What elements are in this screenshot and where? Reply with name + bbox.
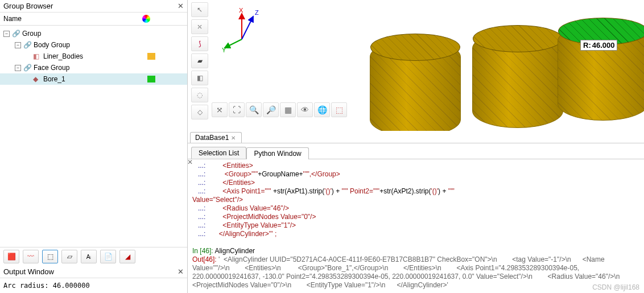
tab-button[interactable]: ▱ (61, 250, 77, 263)
output-window-title: Output Window (3, 267, 54, 276)
group-browser-title: Group Browser (3, 2, 53, 10)
zoom-window-icon[interactable]: 🔍 (246, 102, 262, 117)
group-icon: 🔗 (12, 30, 20, 38)
tab-button[interactable]: ◢ (119, 250, 135, 263)
sphere-tool-icon[interactable]: ◌ (191, 88, 208, 102)
group-tree[interactable]: − 🔗 Group − 🔗 Body Group ◧ Liner_Bodies … (0, 26, 187, 247)
collapse-icon[interactable]: − (3, 31, 10, 37)
axis-tool-icon[interactable]: ⤬ (191, 19, 208, 34)
radius-annotation: R: 46.000 (580, 40, 617, 51)
tab-button[interactable]: 🟥 (3, 250, 19, 263)
close-icon[interactable]: ✕ (177, 267, 184, 276)
eye-icon[interactable]: 👁 (297, 102, 313, 117)
svg-text:X: X (239, 8, 243, 14)
tab-python-window[interactable]: Python Window (246, 147, 308, 159)
close-icon[interactable]: ✕ (231, 135, 236, 141)
tab-button[interactable]: Aᵢ (81, 250, 97, 263)
body-icon: ◧ (33, 52, 41, 60)
plane-tool-icon[interactable]: ▰ (191, 53, 208, 68)
tree-node-group[interactable]: Group (22, 30, 41, 38)
collapse-icon[interactable]: − (15, 65, 21, 71)
face-icon: ◆ (33, 75, 41, 83)
svg-text:Z: Z (255, 9, 259, 16)
tab-database1[interactable]: DataBase1✕ (190, 132, 242, 143)
svg-line-2 (225, 39, 242, 48)
tree-node-body-group[interactable]: Body Group (34, 41, 70, 49)
svg-text:Y: Y (222, 47, 226, 53)
3d-viewport[interactable]: ↖ ⤬ ⟆ ▰ ◧ ◌ ◇ ⤧ ⛶ 🔍 🔎 ▦ 👁 🌐 ⬚ X Z (188, 0, 644, 131)
color-swatch[interactable] (147, 76, 155, 82)
axis-triad: X Z Y (222, 8, 267, 53)
watermark: CSDN @lijil168 (592, 283, 639, 291)
render-icon[interactable]: 🌐 (314, 102, 330, 117)
tab-button[interactable]: 〰 (23, 250, 39, 263)
tree-node-face-group[interactable]: Face Group (34, 64, 69, 72)
color-wheel-icon[interactable] (142, 15, 150, 23)
tab-button[interactable]: ⬚ (42, 250, 58, 263)
orient-icon[interactable]: ⤧ (212, 102, 228, 117)
collapse-icon[interactable]: − (15, 42, 21, 48)
output-text: Arc radius: 46.000000 (0, 278, 187, 293)
tab-selection-list[interactable]: Selection List (191, 147, 246, 159)
svg-line-1 (242, 16, 253, 39)
group-browser-tabs: 🟥 〰 ⬚ ▱ Aᵢ 📄 ◢ (0, 247, 187, 266)
more-icon[interactable]: ⬚ (331, 102, 347, 117)
fit-icon[interactable]: ⛶ (229, 102, 245, 117)
box-tool-icon[interactable]: ◧ (191, 71, 208, 85)
column-name: Name (3, 15, 22, 23)
group-icon: 🔗 (23, 64, 31, 72)
close-icon[interactable]: ✕ (177, 2, 184, 10)
cursor-icon[interactable]: ↖ (191, 2, 208, 17)
group-icon: 🔗 (23, 41, 31, 49)
tree-node-bore-1[interactable]: Bore_1 (43, 75, 65, 83)
python-console[interactable]: ...: <Entities> ...: <Group>"'''+GroupNa… (188, 159, 644, 293)
tab-button[interactable]: 📄 (100, 250, 116, 263)
custom-tool-icon[interactable]: ◇ (191, 105, 208, 119)
color-swatch[interactable] (147, 53, 155, 60)
tree-node-liner-bodies[interactable]: Liner_Bodies (43, 52, 83, 60)
zoom-icon[interactable]: 🔎 (263, 102, 279, 117)
shade-icon[interactable]: ▦ (280, 102, 296, 117)
arc-tool-icon[interactable]: ⟆ (191, 36, 208, 51)
